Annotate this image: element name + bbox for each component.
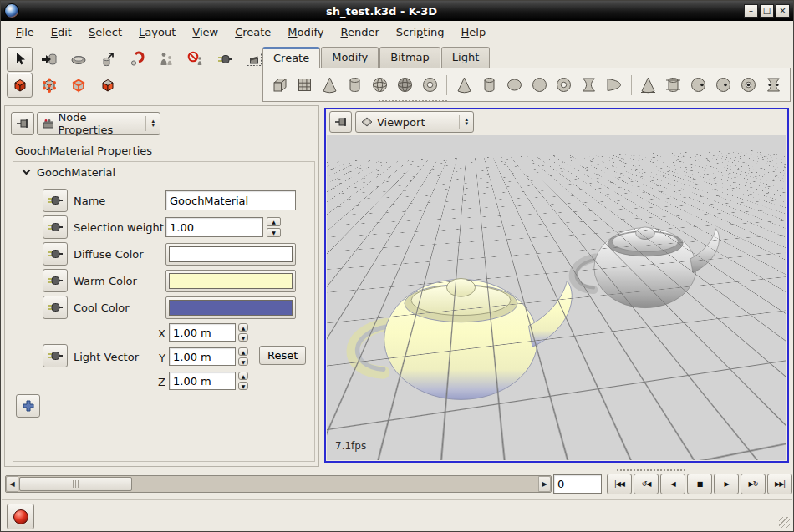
warm-color-swatch[interactable] xyxy=(165,270,296,292)
teapot-gooch[interactable] xyxy=(335,252,579,403)
menu-layout[interactable]: Layout xyxy=(131,23,183,41)
paraboloid-button[interactable] xyxy=(603,73,626,97)
snap-tool-button[interactable] xyxy=(124,47,150,72)
menu-create[interactable]: Create xyxy=(227,23,278,41)
cylinder-button[interactable] xyxy=(477,73,501,97)
selection-weight-plug-button[interactable] xyxy=(43,215,68,239)
menu-modify[interactable]: Modify xyxy=(280,23,331,41)
y-spin-down[interactable]: ▼ xyxy=(238,357,248,366)
scroll-left-arrow[interactable]: ◀ xyxy=(6,476,18,492)
pane-grab-handle[interactable] xyxy=(616,469,686,473)
pin-viewport-button[interactable] xyxy=(329,111,352,133)
diffuse-color-swatch[interactable] xyxy=(165,243,296,266)
select-nodes-mode-button[interactable] xyxy=(7,73,33,98)
light-vector-plug-button[interactable] xyxy=(43,344,68,367)
diffuse-color-plug-button[interactable] xyxy=(43,242,68,266)
poly-cube-icon xyxy=(270,75,289,94)
play-button[interactable]: ▶ xyxy=(714,474,739,494)
select-tool-button[interactable] xyxy=(7,47,33,72)
nurbs-cylinder-button[interactable] xyxy=(662,73,685,97)
tab-modify[interactable]: Modify xyxy=(321,47,379,68)
nurbs-sphere-button[interactable] xyxy=(687,73,710,97)
poly-sphere-button[interactable] xyxy=(369,73,392,97)
go-end-button[interactable]: ▶▶| xyxy=(767,474,792,494)
close-button[interactable]: × xyxy=(776,4,790,18)
cool-color-plug-button[interactable] xyxy=(43,296,68,319)
select-arrow-icon xyxy=(12,51,28,68)
tab-light[interactable]: Light xyxy=(441,47,490,68)
disk-button[interactable] xyxy=(502,73,526,97)
poly-sphere-mesh-button[interactable] xyxy=(394,73,417,97)
light-vector-y-input[interactable] xyxy=(169,347,236,366)
torus-button[interactable] xyxy=(552,73,576,97)
pin-panel-button[interactable] xyxy=(11,112,34,135)
selection-weight-spin-up[interactable]: ▲ xyxy=(267,217,281,226)
z-spin-down[interactable]: ▼ xyxy=(238,382,248,390)
poly-grid-button[interactable] xyxy=(293,73,317,97)
stop-button[interactable]: ■ xyxy=(687,474,712,494)
menu-file[interactable]: File xyxy=(8,23,42,41)
selection-weight-input[interactable] xyxy=(165,217,263,237)
poly-cone-button[interactable] xyxy=(318,73,342,97)
name-plug-button[interactable] xyxy=(43,189,68,212)
timeline-scrollbar[interactable]: ◀ ▶ xyxy=(5,475,552,493)
panel-type-selector[interactable]: Node Properties ▴▾ xyxy=(37,112,160,135)
nurbs-ellipsoid-button[interactable] xyxy=(711,73,735,97)
light-vector-x-input[interactable] xyxy=(169,323,236,342)
hyperboloid-button[interactable] xyxy=(578,73,601,97)
selection-weight-spin-down[interactable]: ▼ xyxy=(267,228,281,237)
menu-edit[interactable]: Edit xyxy=(43,23,79,41)
rotate-tool-button[interactable] xyxy=(65,47,91,72)
tab-create[interactable]: Create xyxy=(262,47,320,68)
nurbs-cone-button[interactable] xyxy=(637,73,660,97)
nurbs-torus-button[interactable] xyxy=(736,73,760,97)
minimize-button[interactable]: – xyxy=(744,4,758,18)
play-reverse-button[interactable]: ◀ xyxy=(660,474,685,494)
cool-color-swatch[interactable] xyxy=(165,296,296,319)
menu-render[interactable]: Render xyxy=(333,23,386,41)
scale-tool-button[interactable] xyxy=(94,47,120,72)
light-vector-label: Light Vector xyxy=(74,351,139,363)
poly-cylinder-button[interactable] xyxy=(344,73,367,97)
menu-select[interactable]: Select xyxy=(81,23,130,41)
move-tool-button[interactable] xyxy=(36,47,62,72)
loop-play-reverse-button[interactable]: ↺◀ xyxy=(634,474,659,494)
frame-number-input[interactable] xyxy=(553,474,602,494)
warm-color-plug-button[interactable] xyxy=(43,269,68,292)
menu-help[interactable]: Help xyxy=(454,23,494,41)
poly-torus-button[interactable] xyxy=(418,73,441,97)
maximize-button[interactable]: □ xyxy=(760,4,774,18)
menu-view[interactable]: View xyxy=(185,23,226,41)
name-input[interactable] xyxy=(165,190,296,210)
disconnect-tool-button[interactable] xyxy=(211,47,237,72)
unparent-tool-button[interactable] xyxy=(182,47,208,72)
viewport-type-selector[interactable]: Viewport ▴▾ xyxy=(355,111,474,133)
y-spin-up[interactable]: ▲ xyxy=(238,347,248,356)
tab-bitmap[interactable]: Bitmap xyxy=(379,47,440,68)
record-button[interactable] xyxy=(7,504,34,529)
go-start-button[interactable]: |◀◀ xyxy=(607,474,632,494)
sphere-button[interactable] xyxy=(527,73,551,97)
select-points-mode-button[interactable] xyxy=(36,73,62,98)
poly-cube-button[interactable] xyxy=(268,73,292,97)
teapot-gray[interactable] xyxy=(562,200,723,319)
select-lines-mode-button[interactable] xyxy=(65,73,91,98)
scroll-right-arrow[interactable]: ▶ xyxy=(538,476,551,492)
select-faces-mode-button[interactable] xyxy=(94,73,120,98)
resize-grip[interactable] xyxy=(779,517,790,528)
scrollbar-thumb[interactable] xyxy=(19,477,132,491)
menu-scripting[interactable]: Scripting xyxy=(389,23,452,41)
panel-title: GoochMaterial Properties xyxy=(15,144,152,157)
x-spin-down[interactable]: ▼ xyxy=(238,333,248,342)
goochmaterial-expander[interactable]: GoochMaterial xyxy=(22,166,115,179)
z-spin-up[interactable]: ▲ xyxy=(238,372,248,380)
cone-button[interactable] xyxy=(452,73,476,97)
x-spin-up[interactable]: ▲ xyxy=(238,323,248,332)
viewport-canvas[interactable]: 7.1fps xyxy=(327,135,786,460)
loop-play-button[interactable]: ▶↻ xyxy=(741,474,766,494)
light-vector-z-input[interactable] xyxy=(169,372,236,390)
nurbs-hyperboloid-button[interactable] xyxy=(761,73,785,97)
parent-tool-button[interactable] xyxy=(153,47,179,72)
reset-button[interactable]: Reset xyxy=(259,346,306,365)
add-user-property-button[interactable] xyxy=(16,394,40,418)
